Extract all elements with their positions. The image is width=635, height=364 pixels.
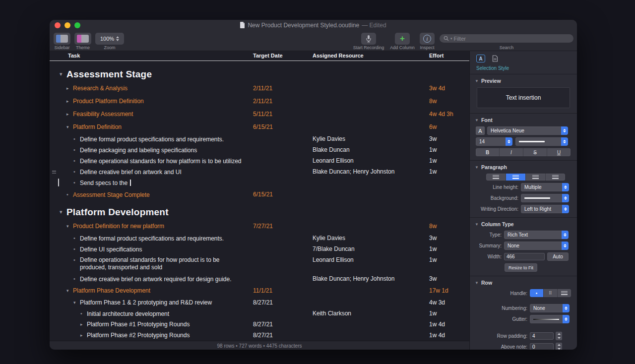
add-column-button[interactable]: + (395, 33, 410, 45)
minimize-window-button[interactable] (64, 22, 70, 28)
outline-row[interactable]: ▸Platform Phase #1 Prototyping Rounds8/2… (50, 319, 469, 330)
above-note-stepper[interactable] (556, 343, 562, 350)
task-text[interactable]: Assessment Stage Complete (73, 191, 150, 198)
align-right-button[interactable] (526, 174, 546, 181)
inspect-button[interactable]: i (420, 33, 435, 45)
font-swatch-button[interactable]: A (476, 126, 485, 135)
outline-heading-row[interactable]: ▾Platform Development (50, 204, 469, 220)
task-text[interactable]: Define operational standards for how pla… (80, 158, 242, 165)
strikethrough-button[interactable]: S (523, 148, 547, 156)
width-auto-button[interactable]: Auto (547, 252, 569, 261)
outline-row[interactable]: ▸Product Platform Definition2/11/218w (50, 95, 469, 108)
outline-row[interactable]: •Assessment Stage Complete6/15/21 (50, 188, 469, 201)
above-note-field[interactable]: 0 (530, 343, 554, 350)
outline-row[interactable]: ▾Platform Phase Development11/1/2117w 1d (50, 284, 469, 297)
task-text[interactable]: Product Definition for new platform (73, 223, 164, 230)
handle-dots-option[interactable]: ⠿ (544, 289, 558, 297)
search-input[interactable]: ▾ Filter (440, 34, 573, 43)
task-text[interactable]: Platform Definition (73, 123, 122, 130)
outline-row[interactable]: ▸Feasibility Assessment5/11/214w 4d 3h (50, 108, 469, 121)
task-text[interactable]: Define packaging and labeling specificat… (80, 147, 197, 154)
column-type-section-header[interactable]: ▼ Column Type (470, 218, 577, 230)
outline-row[interactable]: •Define packaging and labeling specifica… (50, 144, 469, 155)
align-justify-button[interactable] (546, 174, 565, 181)
zoom-window-button[interactable] (74, 22, 80, 28)
disclosure-triangle[interactable]: ▸ (80, 330, 87, 341)
row-padding-field[interactable]: 4 (530, 332, 554, 340)
outline-row[interactable]: •Define UI specifications7/Blake Duncan1… (50, 243, 469, 254)
task-text[interactable]: Define creative brief on artwork require… (80, 276, 232, 283)
column-header-assigned-resource[interactable]: Assigned Resource (313, 51, 364, 61)
task-text[interactable]: Define operational standards for how pro… (80, 256, 244, 271)
gutter-popup[interactable] (530, 315, 570, 323)
resize-to-fit-button[interactable]: Resize to Fit (505, 263, 537, 272)
outline-row[interactable]: •Define creative brief on artwork and UI… (50, 166, 469, 177)
background-popup[interactable] (521, 194, 569, 202)
outline-heading-row[interactable]: ▾Assessment Stage (50, 66, 469, 82)
task-text[interactable]: Initial architecture development (87, 310, 169, 317)
outline-row[interactable]: •Initial architecture developmentKeith C… (50, 308, 469, 319)
task-text[interactable]: Research & Analysis (73, 85, 127, 92)
column-header-task[interactable]: Task (68, 51, 80, 61)
disclosure-triangle[interactable]: ▾ (60, 66, 66, 82)
disclosure-triangle[interactable]: ▾ (66, 220, 73, 233)
outline-row[interactable]: •Define formal product specifications an… (50, 233, 469, 243)
numbering-popup[interactable]: None (530, 304, 570, 312)
disclosure-triangle[interactable]: ▾ (66, 121, 73, 133)
handle-lines-option[interactable] (558, 289, 571, 297)
column-header-row[interactable]: Task Target Date Assigned Resource Effor… (50, 51, 469, 61)
align-center-button[interactable] (506, 174, 526, 181)
row-drag-handle[interactable] (50, 166, 60, 177)
task-text[interactable]: Platform Phase 1 & 2 prototyping and R&D… (80, 299, 212, 306)
outline-row[interactable]: •Define operational standards for how pl… (50, 155, 469, 166)
type-popup[interactable]: Rich Text (504, 231, 569, 239)
bold-button[interactable]: B (476, 148, 500, 156)
paragraph-section-header[interactable]: ▼ Paragraph (470, 161, 577, 173)
summary-popup[interactable]: None (504, 242, 569, 250)
outline-row[interactable]: •Define formal product specifications an… (50, 133, 469, 144)
outline-row[interactable]: •Send specs to the (50, 177, 469, 188)
disclosure-triangle[interactable]: ▾ (60, 204, 66, 220)
task-text[interactable]: Send specs to the (80, 180, 129, 186)
outline-row[interactable]: ▾Platform Definition6/15/216w (50, 121, 469, 133)
task-text[interactable]: Feasibility Assessment (73, 111, 133, 118)
outline-row[interactable]: ▸Platform Phase #2 Prototyping Rounds8/2… (50, 330, 469, 341)
disclosure-triangle[interactable]: ▾ (73, 297, 80, 308)
task-text[interactable]: Platform Phase #2 Prototyping Rounds (87, 332, 190, 339)
italic-button[interactable]: I (500, 148, 523, 156)
disclosure-triangle[interactable]: ▸ (66, 95, 73, 108)
disclosure-triangle[interactable]: ▸ (66, 108, 73, 121)
task-text[interactable]: Platform Phase #1 Prototyping Rounds (87, 321, 190, 328)
outline-row[interactable]: •Define creative brief on artwork requir… (50, 273, 469, 284)
column-header-target-date[interactable]: Target Date (253, 51, 283, 61)
titlebar[interactable]: New Product Development Styled.ooutline … (50, 20, 577, 30)
outline-row[interactable]: ▸Research & Analysis2/11/213w 4d (50, 82, 469, 95)
theme-button[interactable] (74, 33, 91, 45)
outline-row[interactable]: ▾Platform Phase 1 & 2 prototyping and R&… (50, 297, 469, 308)
close-window-button[interactable] (55, 22, 61, 28)
task-text[interactable]: Product Platform Definition (73, 98, 144, 105)
outline-row[interactable]: ▾Product Definition for new platform7/27… (50, 220, 469, 233)
start-recording-button[interactable] (361, 33, 376, 45)
writing-direction-popup[interactable]: Left to Right (521, 205, 569, 213)
font-stroke-popup[interactable] (515, 137, 568, 146)
disclosure-triangle[interactable]: ▾ (66, 284, 73, 297)
task-text[interactable]: Platform Phase Development (73, 287, 150, 294)
task-text[interactable]: Platform Development (66, 207, 169, 217)
row-padding-stepper[interactable] (556, 332, 562, 340)
tab-text-style[interactable]: A (476, 55, 485, 62)
preview-section-header[interactable]: ▼ Preview (470, 74, 577, 86)
font-size-popup[interactable]: 14 (476, 137, 512, 146)
font-family-popup[interactable]: Helvetica Neue (487, 126, 568, 135)
line-height-popup[interactable]: Multiple (521, 183, 569, 191)
task-text[interactable]: Define formal product specifications and… (80, 136, 224, 143)
font-section-header[interactable]: ▼ Font (470, 114, 577, 125)
task-text[interactable]: Define creative brief on artwork and UI (80, 169, 182, 176)
zoom-control[interactable]: 100% (95, 33, 124, 45)
task-text[interactable]: Define UI specifications (80, 246, 142, 253)
underline-button[interactable]: U (547, 148, 571, 156)
handle-bullet-option[interactable]: • (530, 289, 544, 297)
row-section-header[interactable]: ▼ Row (470, 276, 577, 288)
task-text[interactable]: Define formal product specifications and… (80, 235, 224, 242)
width-field[interactable]: 466 (504, 253, 545, 260)
